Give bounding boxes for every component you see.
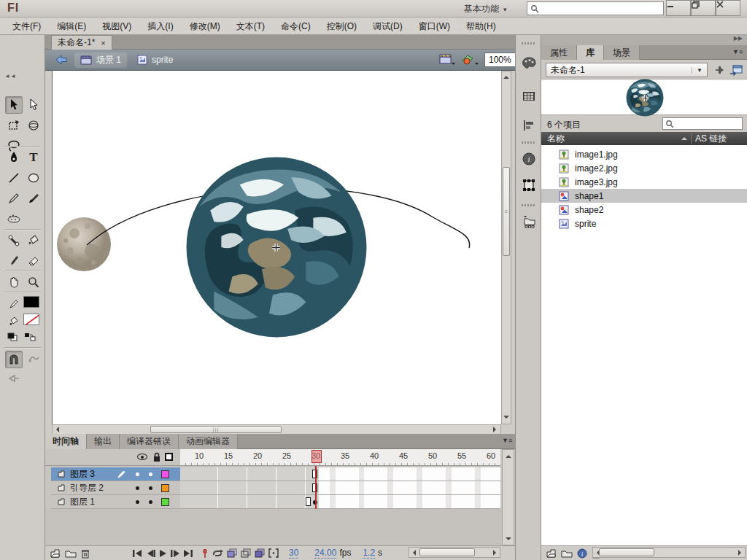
pen-tool[interactable] xyxy=(5,149,23,166)
delete-layer-trash-button[interactable] xyxy=(81,548,90,559)
layer-outline-color-swatch[interactable] xyxy=(161,470,169,478)
library-document-select[interactable]: 未命名-1 ▼ xyxy=(546,63,708,77)
linkage-column-header[interactable]: AS 链接 xyxy=(695,133,727,145)
scroll-up-icon[interactable] xyxy=(506,452,511,458)
tab-timeline[interactable]: 时间轴 xyxy=(45,434,87,449)
selection-tool[interactable] xyxy=(5,96,23,114)
3d-rotation-tool[interactable] xyxy=(25,117,42,134)
transform-panel-icon[interactable] xyxy=(520,176,538,194)
edit-scene-dropdown-icon[interactable] xyxy=(439,53,455,66)
library-search-box[interactable] xyxy=(662,117,743,130)
new-symbol-button[interactable] xyxy=(546,548,557,559)
name-column-header[interactable]: 名称 xyxy=(547,133,565,145)
frame-row-layer-3[interactable] xyxy=(180,467,500,481)
scroll-left-icon[interactable] xyxy=(53,427,59,432)
menu-text[interactable]: 文本(T) xyxy=(228,18,273,35)
scroll-left-icon[interactable] xyxy=(410,550,416,556)
collapse-panel-icon[interactable]: ◄◄ xyxy=(1,73,45,82)
go-to-first-frame-button[interactable] xyxy=(132,549,142,558)
modify-markers-button[interactable] xyxy=(268,548,279,558)
eraser-tool[interactable] xyxy=(25,252,42,270)
workspace-switcher[interactable]: 基本功能▾ xyxy=(464,3,507,15)
restore-button[interactable] xyxy=(691,0,716,16)
menu-edit[interactable]: 编辑(E) xyxy=(49,18,94,35)
library-scroll-thumb[interactable] xyxy=(599,548,654,556)
stroke-color-swatch[interactable] xyxy=(23,296,39,308)
timeline-horizontal-scrollbar[interactable] xyxy=(409,547,500,558)
deco-tool[interactable] xyxy=(5,210,23,228)
go-to-last-frame-button[interactable] xyxy=(183,549,193,558)
frame-row-guide-layer[interactable] xyxy=(180,481,500,495)
vertical-scroll-thumb[interactable]: ≡ xyxy=(503,167,510,256)
pencil-tool[interactable] xyxy=(5,190,23,207)
layer-lock-dot[interactable] xyxy=(149,486,152,490)
library-horizontal-scrollbar[interactable] xyxy=(592,547,746,558)
close-button[interactable] xyxy=(716,0,740,16)
align-panel-icon[interactable] xyxy=(520,117,538,134)
oval-tool[interactable] xyxy=(25,169,42,187)
item-properties-button[interactable]: i xyxy=(577,548,587,559)
edit-multiple-frames-button[interactable] xyxy=(255,548,265,558)
library-item-sprite[interactable]: sprite xyxy=(541,217,747,230)
panel-dock-header[interactable]: ▶▶ xyxy=(541,35,747,45)
black-white-button[interactable] xyxy=(7,332,18,341)
scroll-right-icon[interactable] xyxy=(738,550,744,556)
menu-file[interactable]: 文件(F) xyxy=(4,18,49,35)
menu-help[interactable]: 帮助(H) xyxy=(458,18,504,35)
layer-row-guide-2[interactable]: 引导层 2 xyxy=(51,481,180,495)
scroll-right-icon[interactable] xyxy=(493,427,499,432)
canvas-vertical-scrollbar[interactable]: ≡ xyxy=(501,71,511,424)
outline-all-layers-icon[interactable] xyxy=(165,453,173,461)
document-tab[interactable]: 未命名-1* × xyxy=(51,35,112,50)
pin-library-icon[interactable] xyxy=(713,64,725,76)
library-item-shape1-selected[interactable]: shape1 xyxy=(541,189,747,203)
straighten-option[interactable] xyxy=(5,370,23,387)
new-layer-button[interactable] xyxy=(50,548,61,559)
loop-playback-button[interactable] xyxy=(212,549,223,558)
bone-tool[interactable] xyxy=(5,232,23,249)
info-panel-icon[interactable]: i xyxy=(520,150,538,168)
onion-skin-outlines-button[interactable] xyxy=(241,548,251,558)
library-column-header[interactable]: 名称 AS 链接 xyxy=(541,132,747,145)
menu-control[interactable]: 控制(O) xyxy=(319,18,365,35)
swap-colors-button[interactable] xyxy=(24,332,36,341)
step-forward-button[interactable] xyxy=(170,549,180,558)
menu-window[interactable]: 窗口(W) xyxy=(411,18,458,35)
document-close-icon[interactable]: × xyxy=(101,39,105,47)
back-arrow-button[interactable] xyxy=(55,55,67,65)
stage-canvas[interactable] xyxy=(52,71,501,424)
scroll-up-icon[interactable] xyxy=(503,73,509,79)
canvas-horizontal-scrollbar[interactable]: ||| xyxy=(52,424,501,435)
scroll-down-icon[interactable] xyxy=(503,416,509,421)
tab-compiler-errors[interactable]: 编译器错误 xyxy=(120,434,179,449)
tab-scene[interactable]: 场景 xyxy=(604,45,640,60)
center-frame-button[interactable] xyxy=(202,548,208,559)
tab-output[interactable]: 输出 xyxy=(87,434,120,449)
breadcrumb-symbol[interactable]: sprite xyxy=(137,55,173,65)
library-item-image2[interactable]: image2.jpg xyxy=(541,161,747,175)
swatches-panel-icon[interactable] xyxy=(520,88,538,105)
smooth-option[interactable] xyxy=(25,351,42,368)
lock-all-layers-icon[interactable] xyxy=(152,452,161,462)
timeline-panel-menu-icon[interactable]: ▼≡ xyxy=(502,437,512,444)
eyedropper-tool[interactable] xyxy=(5,252,23,270)
color-panel-icon[interactable] xyxy=(520,54,538,71)
stroke-color-control[interactable] xyxy=(5,295,23,313)
paint-bucket-tool[interactable] xyxy=(25,232,42,249)
edit-symbol-dropdown-icon[interactable] xyxy=(461,53,479,66)
play-button[interactable] xyxy=(158,549,167,558)
layer-visibility-dot[interactable] xyxy=(136,500,139,504)
app-search-box[interactable] xyxy=(527,1,664,15)
timeline-vertical-scrollbar[interactable] xyxy=(502,449,514,545)
tab-library[interactable]: 库 xyxy=(577,45,604,60)
playhead-marker[interactable] xyxy=(311,450,322,463)
scroll-right-icon[interactable] xyxy=(493,550,499,556)
fill-color-control[interactable] xyxy=(5,313,23,330)
timeline-ruler[interactable]: 10 15 20 25 30 35 40 45 50 55 60 xyxy=(180,449,500,466)
tab-properties[interactable]: 属性 xyxy=(541,45,577,60)
brush-tool[interactable] xyxy=(25,190,42,207)
hand-tool[interactable] xyxy=(5,273,23,291)
show-hide-all-layers-icon[interactable] xyxy=(137,454,147,460)
layer-lock-dot[interactable] xyxy=(149,472,152,476)
layer-outline-color-swatch[interactable] xyxy=(161,498,169,506)
